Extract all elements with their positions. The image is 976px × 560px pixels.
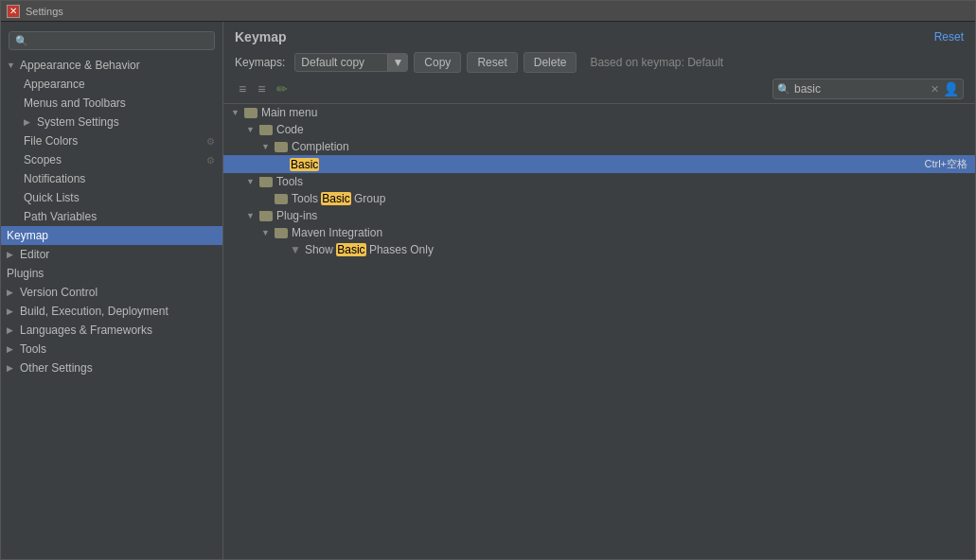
sidebar-item-keymap[interactable]: Keymap — [1, 226, 222, 245]
sidebar-item-editor[interactable]: Editor — [1, 245, 222, 264]
close-button[interactable]: ✕ — [7, 5, 20, 18]
search-right[interactable]: 🔍 ✕ 👤 — [772, 79, 964, 99]
sidebar-label: Tools — [20, 342, 46, 356]
sidebar-item-quick-lists[interactable]: Quick Lists — [1, 188, 222, 207]
expand-arrow-icon — [7, 306, 16, 316]
settings-window: ✕ Settings 🔍 Appearance & Behavior Appea… — [0, 0, 976, 560]
sidebar-item-other-settings[interactable]: Other Settings — [1, 359, 222, 377]
actions-row: ≡ ≡ ✏ 🔍 ✕ 👤 — [223, 77, 975, 104]
tree-row-completion[interactable]: Completion — [223, 138, 975, 155]
sidebar-item-system-settings[interactable]: System Settings — [1, 113, 222, 131]
tree-label: Show Basic Phases Only — [305, 243, 434, 256]
title-bar-left: ✕ Settings — [7, 5, 63, 18]
sidebar: 🔍 Appearance & Behavior Appearance Menus… — [1, 22, 223, 559]
sidebar-item-plugins[interactable]: Plugins — [1, 264, 222, 283]
sidebar-item-notifications[interactable]: Notifications — [1, 169, 222, 188]
page-title: Keymap — [235, 29, 286, 44]
sidebar-item-appearance-behavior[interactable]: Appearance & Behavior — [1, 56, 222, 75]
sidebar-label: Appearance & Behavior — [20, 59, 140, 72]
based-on-text: Based on keymap: Default — [590, 56, 723, 69]
expand-icon — [246, 211, 256, 220]
sidebar-label: Appearance — [24, 78, 85, 91]
sidebar-label: Plugins — [7, 267, 44, 280]
sidebar-label: Languages & Frameworks — [20, 324, 152, 337]
expand-all-button[interactable]: ≡ — [235, 79, 250, 98]
tree-label: Tools Basic Group — [292, 192, 385, 205]
keymap-value: Default copy — [301, 56, 380, 69]
keymap-tree: Main menu Code Completion Basic — [223, 104, 975, 559]
highlight-basic: Basic — [321, 192, 350, 205]
sidebar-item-menus-toolbars[interactable]: Menus and Toolbars — [1, 94, 222, 113]
tree-label: Completion — [292, 140, 349, 153]
sidebar-label: Quick Lists — [24, 191, 80, 204]
collapse-all-button[interactable]: ≡ — [254, 79, 269, 98]
sidebar-item-build-execution[interactable]: Build, Execution, Deployment — [1, 302, 222, 321]
filter-icon: ▼ — [290, 243, 301, 256]
expand-icon — [246, 125, 256, 134]
expand-icon — [261, 142, 271, 151]
highlight-basic: Basic — [336, 243, 365, 256]
search-options-icon[interactable]: 👤 — [943, 81, 959, 96]
folder-icon — [275, 228, 288, 238]
tree-label: Code — [276, 123, 304, 136]
tree-label: Main menu — [261, 106, 317, 119]
tree-row-show-basic-phases[interactable]: ▼ Show Basic Phases Only — [223, 241, 975, 258]
main-panel: Keymap Reset Keymaps: Default copy ▼ Cop… — [223, 22, 975, 559]
expand-arrow-icon — [7, 288, 16, 297]
folder-icon — [259, 211, 273, 221]
sidebar-item-path-variables[interactable]: Path Variables — [1, 207, 222, 226]
window-title: Settings — [26, 6, 63, 17]
tree-row-maven-integration[interactable]: Maven Integration — [223, 224, 975, 241]
copy-button[interactable]: Copy — [414, 52, 461, 73]
tree-row-main-menu[interactable]: Main menu — [223, 104, 975, 121]
folder-icon — [275, 142, 288, 152]
tree-row-basic[interactable]: Basic Ctrl+空格 — [223, 155, 975, 173]
sidebar-item-file-colors[interactable]: File Colors ⚙ — [1, 131, 222, 150]
expand-icon — [261, 228, 271, 237]
sidebar-label: Version Control — [20, 286, 98, 299]
main-content: 🔍 Appearance & Behavior Appearance Menus… — [1, 22, 975, 559]
search-input[interactable] — [794, 82, 927, 96]
sidebar-search-box[interactable]: 🔍 — [9, 31, 215, 50]
keymap-toolbar: Keymaps: Default copy ▼ Copy Reset Delet… — [223, 48, 975, 77]
tree-row-plug-ins[interactable]: Plug-ins — [223, 207, 975, 224]
sidebar-item-tools[interactable]: Tools — [1, 340, 222, 359]
keymaps-label: Keymaps: — [235, 56, 285, 69]
sidebar-search-input[interactable] — [32, 34, 208, 47]
edit-shortcut-button[interactable]: ✏ — [273, 79, 292, 98]
tree-label: Plug-ins — [276, 209, 317, 222]
tree-row-tools-basic-group[interactable]: Tools Basic Group — [223, 190, 975, 207]
sidebar-item-scopes[interactable]: Scopes ⚙ — [1, 150, 222, 169]
search-clear-icon[interactable]: ✕ — [931, 83, 939, 96]
sidebar-item-version-control[interactable]: Version Control — [1, 283, 222, 302]
search-icon: 🔍 — [777, 83, 790, 96]
delete-button[interactable]: Delete — [523, 52, 577, 73]
scopes-badge: ⚙ — [206, 155, 215, 166]
expand-icon — [246, 177, 256, 186]
expand-arrow-icon — [7, 344, 16, 354]
sidebar-item-languages-frameworks[interactable]: Languages & Frameworks — [1, 321, 222, 340]
sidebar-label: Scopes — [24, 153, 62, 166]
tree-row-tools[interactable]: Tools — [223, 173, 975, 190]
sidebar-label: File Colors — [24, 134, 78, 148]
shortcut-label: Ctrl+空格 — [924, 157, 967, 171]
sidebar-label: System Settings — [37, 115, 119, 129]
folder-icon — [244, 108, 257, 118]
dropdown-arrow-icon: ▼ — [387, 54, 407, 71]
sidebar-label: Menus and Toolbars — [24, 96, 126, 110]
highlight-basic: Basic — [290, 158, 319, 171]
tree-row-code[interactable]: Code — [223, 121, 975, 138]
sidebar-label: Keymap — [7, 229, 48, 242]
folder-icon — [259, 125, 273, 135]
tree-label: Maven Integration — [292, 226, 382, 239]
expand-arrow-icon — [24, 117, 33, 127]
expand-arrow-icon — [7, 325, 16, 335]
keymap-dropdown[interactable]: Default copy ▼ — [294, 53, 408, 72]
reset-button[interactable]: Reset — [467, 52, 517, 73]
expand-arrow-icon — [7, 250, 16, 259]
expand-arrow-icon — [7, 61, 16, 70]
reset-link[interactable]: Reset — [934, 30, 964, 44]
sidebar-item-appearance[interactable]: Appearance — [1, 75, 222, 94]
search-icon: 🔍 — [15, 35, 28, 47]
sidebar-label: Other Settings — [20, 361, 93, 375]
